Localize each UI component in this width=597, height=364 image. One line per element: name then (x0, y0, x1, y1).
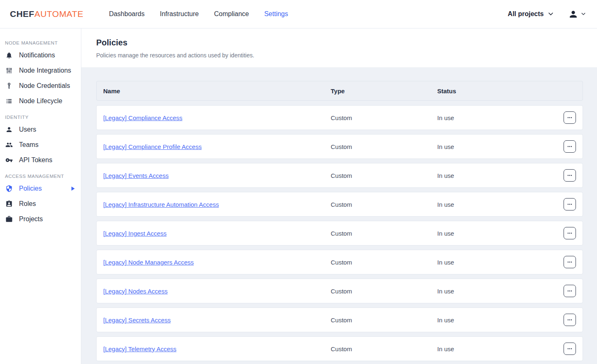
policy-type: Custom (331, 143, 437, 150)
sidebar-item-teams[interactable]: Teams (0, 137, 81, 152)
policy-link[interactable]: [Legacy] Secrets Access (103, 317, 171, 324)
column-header-name: Name (103, 87, 331, 95)
chevron-down-icon (581, 12, 585, 16)
sidebar-section-identity: IDENTITY (5, 115, 81, 120)
policy-type: Custom (331, 172, 437, 179)
more-actions-button[interactable] (564, 198, 576, 210)
sidebar-item-users[interactable]: Users (0, 122, 81, 137)
policy-type: Custom (331, 288, 437, 295)
logo-product-text: AUTOMATE (34, 9, 83, 19)
sidebar-item-notifications[interactable]: Notifications (0, 47, 81, 63)
logo-brand-text: CHEF (10, 9, 34, 19)
sidebar-item-api-tokens[interactable]: API Tokens (0, 152, 81, 168)
primary-nav: Dashboards Infrastructure Compliance Set… (109, 10, 288, 18)
more-actions-button[interactable] (564, 169, 576, 182)
ellipsis-icon (567, 288, 573, 294)
shield-icon (5, 185, 13, 192)
more-actions-button[interactable] (564, 343, 576, 355)
sidebar-item-roles[interactable]: Roles (0, 196, 81, 211)
more-actions-button[interactable] (564, 314, 576, 326)
ellipsis-icon (567, 201, 573, 207)
submenu-expand-arrow-icon[interactable] (71, 187, 75, 191)
ellipsis-icon (567, 115, 573, 121)
policy-status: In use (437, 201, 564, 208)
page-subtitle: Policies manage the resources and action… (96, 52, 597, 59)
sidebar-item-label: Notifications (19, 52, 55, 59)
sidebar-item-label: Roles (19, 200, 36, 208)
table-row: [Legacy] Compliance Access Custom In use (96, 105, 583, 130)
policy-link[interactable]: [Legacy] Compliance Profile Access (103, 143, 201, 150)
policy-type: Custom (331, 201, 437, 208)
policy-link[interactable]: [Legacy] Infrastructure Automation Acces… (103, 201, 219, 208)
policy-status: In use (437, 230, 564, 237)
policy-type: Custom (331, 259, 437, 266)
table-row: [Legacy] Compliance Profile Access Custo… (96, 134, 583, 159)
column-header-type: Type (331, 87, 437, 95)
nav-settings[interactable]: Settings (264, 10, 288, 18)
key-vertical-icon (5, 82, 13, 90)
more-actions-button[interactable] (564, 111, 576, 124)
user-menu-button[interactable] (568, 9, 585, 19)
sliders-icon (5, 67, 13, 74)
ellipsis-icon (567, 346, 573, 352)
policy-link[interactable]: [Legacy] Ingest Access (103, 230, 166, 237)
policy-status: In use (437, 114, 564, 121)
policy-status: In use (437, 143, 564, 150)
table-row: [Legacy] Node Managers Access Custom In … (96, 250, 583, 274)
sidebar-item-label: Projects (19, 215, 43, 223)
column-header-status: Status (437, 87, 564, 95)
ellipsis-icon (567, 317, 573, 323)
ellipsis-icon (567, 173, 573, 178)
more-actions-button[interactable] (564, 285, 576, 297)
sidebar-item-label: API Tokens (19, 156, 52, 164)
table-row: [Legacy] Events Access Custom In use (96, 163, 583, 188)
sidebar-item-node-credentials[interactable]: Node Credentials (0, 78, 81, 93)
bell-icon (5, 52, 13, 59)
nav-dashboards[interactable]: Dashboards (109, 10, 145, 18)
main-content: Policies Policies manage the resources a… (81, 28, 597, 364)
policy-link[interactable]: [Legacy] Telemetry Access (103, 345, 176, 352)
policy-link[interactable]: [Legacy] Nodes Access (103, 288, 168, 295)
sidebar-item-label: Policies (19, 185, 42, 192)
policy-type: Custom (331, 345, 437, 352)
sidebar-item-label: Node Lifecycle (19, 97, 62, 105)
policy-link[interactable]: [Legacy] Node Managers Access (103, 259, 194, 266)
sidebar-item-label: Node Integrations (19, 67, 71, 74)
sidebar-section-node-management: NODE MANAGEMENT (5, 40, 81, 45)
sidebar-item-node-lifecycle[interactable]: Node Lifecycle (0, 93, 81, 109)
table-row: [Legacy] Secrets Access Custom In use (96, 307, 583, 332)
page-header: Policies Policies manage the resources a… (81, 28, 597, 67)
top-navigation-bar: CHEFAUTOMATE Dashboards Infrastructure C… (0, 0, 597, 28)
key-icon (5, 156, 13, 164)
more-actions-button[interactable] (564, 140, 576, 153)
projects-filter-dropdown[interactable]: All projects (505, 10, 556, 18)
chevron-down-icon (548, 12, 553, 16)
table-header-row: Name Type Status (96, 81, 583, 101)
sidebar-item-policies[interactable]: Policies (0, 181, 81, 196)
policy-status: In use (437, 317, 564, 324)
avatar-icon (568, 9, 578, 19)
more-actions-button[interactable] (564, 256, 576, 268)
policy-link[interactable]: [Legacy] Events Access (103, 172, 168, 179)
policy-link[interactable]: [Legacy] Compliance Access (103, 114, 182, 121)
sidebar-item-projects[interactable]: Projects (0, 211, 81, 227)
chef-automate-logo[interactable]: CHEFAUTOMATE (10, 9, 83, 19)
policy-status: In use (437, 345, 564, 352)
policies-content: Name Type Status [Legacy] Compliance Acc… (81, 67, 597, 361)
ellipsis-icon (567, 230, 573, 236)
more-actions-button[interactable] (564, 227, 576, 239)
nav-infrastructure[interactable]: Infrastructure (160, 10, 199, 18)
ellipsis-icon (567, 259, 573, 265)
table-row: [Legacy] Ingest Access Custom In use (96, 221, 583, 246)
sidebar-section-access-management: ACCESS MANAGEMENT (5, 174, 81, 179)
badge-icon (5, 200, 13, 208)
nav-compliance[interactable]: Compliance (214, 10, 249, 18)
sidebar-item-label: Users (19, 126, 36, 133)
table-row: [Legacy] Telemetry Access Custom In use (96, 336, 583, 361)
sidebar-item-label: Node Credentials (19, 82, 70, 90)
sidebar-item-node-integrations[interactable]: Node Integrations (0, 63, 81, 78)
policy-type: Custom (331, 230, 437, 237)
list-icon (5, 97, 13, 105)
policy-status: In use (437, 172, 564, 179)
topnav-right-controls: All projects (505, 9, 585, 19)
